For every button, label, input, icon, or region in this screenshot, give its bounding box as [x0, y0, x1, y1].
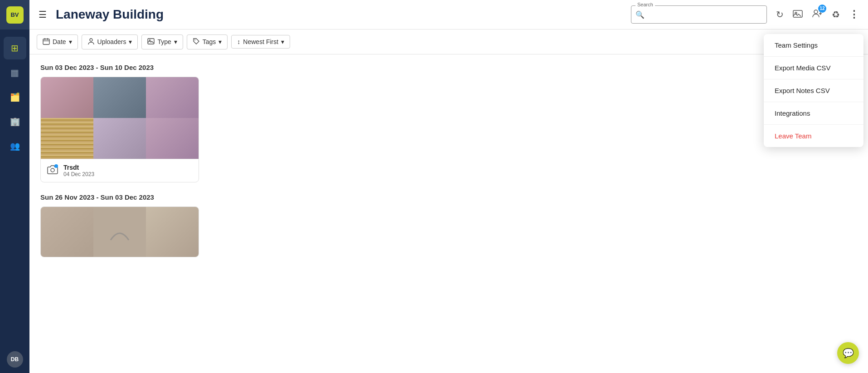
- media-card-1[interactable]: Trsdt 04 Dec 2023: [40, 77, 199, 182]
- add-user-button[interactable]: 12: [810, 6, 824, 23]
- image-icon: [147, 38, 155, 46]
- integrations-item[interactable]: Integrations: [764, 102, 863, 125]
- recycle-button[interactable]: ♻: [830, 7, 842, 22]
- thumbnail-3: [146, 77, 199, 118]
- svg-point-2: [814, 10, 818, 14]
- sidebar-item-briefcase[interactable]: 🗂️: [4, 86, 26, 108]
- sort-button[interactable]: ↕ Newest First ▾: [231, 35, 290, 49]
- thumbnail-5: [93, 118, 146, 159]
- media-info-1: Trsdt 04 Dec 2023: [41, 159, 199, 182]
- chat-icon: 💬: [843, 348, 854, 358]
- content-area: Sun 03 Dec 2023 - Sun 10 Dec 2023: [29, 54, 868, 373]
- header-actions: ↻ 12: [774, 6, 861, 23]
- thumbnail-2: [93, 77, 146, 118]
- date-filter-arrow: ▾: [69, 38, 72, 45]
- leave-team-item[interactable]: Leave Team: [764, 125, 863, 147]
- hamburger-button[interactable]: ☰: [37, 7, 48, 22]
- type-filter-button[interactable]: Type ▾: [141, 34, 183, 49]
- media-grid-1: [41, 77, 199, 159]
- uploaders-filter-label: Uploaders: [97, 38, 126, 45]
- media-name-1: Trsdt: [63, 164, 94, 171]
- sidebar: ⊞ ▦ 🗂️ 🏢 👥 DB: [0, 0, 29, 373]
- gallery-icon: ▦: [10, 67, 19, 78]
- sidebar-item-dashboard[interactable]: ⊞: [4, 37, 26, 59]
- type-filter-label: Type: [157, 38, 171, 45]
- sort-icon: ↕: [237, 38, 240, 45]
- sidebar-nav: ⊞ ▦ 🗂️ 🏢 👥: [4, 33, 26, 346]
- chat-widget[interactable]: 💬: [837, 342, 859, 364]
- date-filter-label: Date: [53, 38, 66, 45]
- sidebar-item-building[interactable]: 🏢: [4, 110, 26, 133]
- media-grid-2: [41, 207, 199, 257]
- team-settings-item[interactable]: Team Settings: [764, 34, 863, 57]
- people-icon: 👥: [10, 141, 20, 151]
- search-container: Search 🔍: [631, 5, 767, 24]
- person-icon: [87, 38, 95, 46]
- sort-arrow: ▾: [281, 38, 284, 45]
- search-label: Search: [635, 2, 655, 7]
- sidebar-logo[interactable]: [0, 0, 29, 29]
- tags-filter-button[interactable]: Tags ▾: [187, 34, 228, 49]
- thumbnail-6: [146, 118, 199, 159]
- sidebar-item-people[interactable]: 👥: [4, 135, 26, 157]
- date-range-label-1: Sun 03 Dec 2023 - Sun 10 Dec 2023: [40, 64, 857, 71]
- export-notes-csv-item[interactable]: Export Notes CSV: [764, 79, 863, 102]
- refresh-icon: ↻: [776, 9, 784, 20]
- more-options-button[interactable]: ⋮: [847, 7, 861, 22]
- svg-point-8: [51, 168, 54, 172]
- image-upload-icon: [793, 9, 803, 21]
- media-date-1: 04 Dec 2023: [63, 171, 94, 177]
- status-dot: [54, 164, 58, 168]
- media-card-2[interactable]: [40, 206, 199, 257]
- building-icon: 🏢: [10, 117, 20, 127]
- media-meta-1: Trsdt 04 Dec 2023: [63, 164, 94, 177]
- date-section-2: Sun 26 Nov 2023 - Sun 03 Dec 2023: [40, 193, 857, 257]
- dropdown-menu: Team Settings Export Media CSV Export No…: [764, 34, 863, 147]
- main-content: ☰ Laneway Building Search 🔍 ↻: [29, 0, 868, 373]
- camera-icon-wrap: [47, 164, 58, 177]
- thumbnail-1: [41, 77, 93, 118]
- briefcase-icon: 🗂️: [10, 92, 20, 102]
- date-range-label-2: Sun 26 Nov 2023 - Sun 03 Dec 2023: [40, 193, 857, 201]
- sort-label: Newest First: [243, 38, 278, 45]
- date-section-1: Sun 03 Dec 2023 - Sun 10 Dec 2023: [40, 64, 857, 182]
- recycle-icon: ♻: [832, 9, 840, 20]
- thumbnail-4: [41, 118, 93, 159]
- uploaders-filter-button[interactable]: Uploaders ▾: [82, 34, 138, 49]
- refresh-button[interactable]: ↻: [774, 7, 786, 22]
- image-upload-button[interactable]: [791, 7, 805, 23]
- sidebar-bottom: DB: [7, 346, 23, 373]
- toolbar: Date ▾ Uploaders ▾ Type ▾: [29, 29, 868, 54]
- search-input[interactable]: [631, 5, 767, 24]
- svg-point-7: [194, 39, 195, 40]
- export-media-csv-item[interactable]: Export Media CSV: [764, 57, 863, 79]
- logo-badge: [6, 6, 24, 24]
- user-avatar[interactable]: DB: [7, 351, 23, 368]
- svg-point-4: [90, 39, 92, 41]
- notification-badge: 12: [818, 5, 826, 13]
- more-options-icon: ⋮: [849, 9, 859, 20]
- tags-filter-label: Tags: [203, 38, 216, 45]
- thumbnail-7: [41, 207, 93, 257]
- date-filter-button[interactable]: Date ▾: [37, 34, 78, 49]
- calendar-icon: [43, 38, 50, 46]
- search-icon: 🔍: [635, 10, 645, 19]
- svg-rect-3: [43, 39, 49, 44]
- uploaders-filter-arrow: ▾: [129, 38, 132, 45]
- sidebar-item-gallery[interactable]: ▦: [4, 61, 26, 84]
- tag-icon: [193, 38, 200, 46]
- thumbnail-8: [93, 207, 146, 257]
- header: ☰ Laneway Building Search 🔍 ↻: [29, 0, 868, 29]
- page-title: Laneway Building: [56, 7, 624, 22]
- type-filter-arrow: ▾: [174, 38, 177, 45]
- dashboard-icon: ⊞: [11, 43, 19, 54]
- tags-filter-arrow: ▾: [218, 38, 222, 45]
- thumbnail-9: [146, 207, 199, 257]
